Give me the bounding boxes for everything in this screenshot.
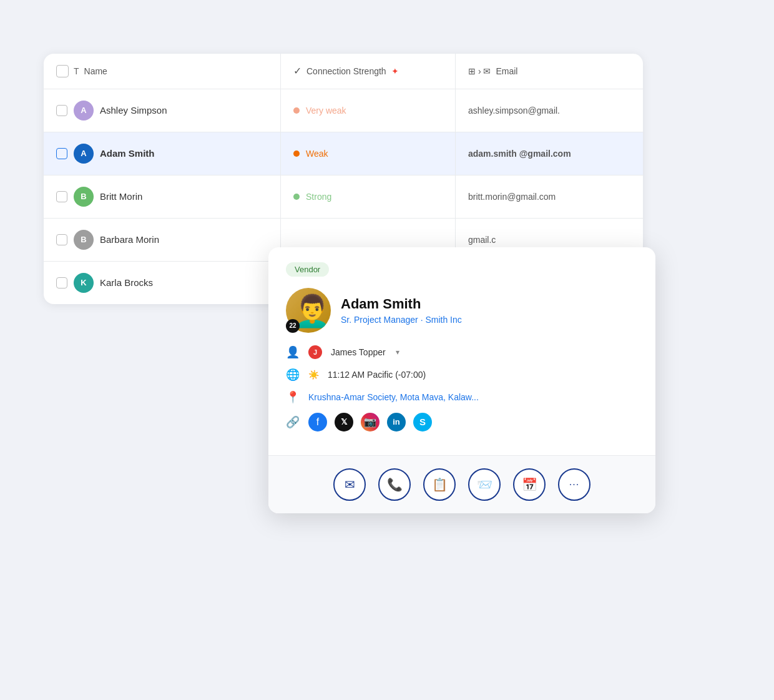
badge-number: 22 (286, 319, 300, 333)
th-name: T Name (44, 54, 281, 89)
avatar: B (74, 230, 94, 250)
popup-job-title: Sr. Project Manager · Smith Inc (341, 315, 462, 325)
avatar: K (74, 273, 94, 293)
email-value: gmail.c (468, 235, 496, 245)
phone-button[interactable]: 📞 (378, 468, 411, 501)
table-row[interactable]: B Britt Morin Strong britt.morin@gmail.c… (44, 175, 643, 219)
email-button[interactable]: ✉ (333, 468, 366, 501)
calendar-button[interactable]: 📅 (513, 468, 546, 501)
time-icon: 🌐 (286, 368, 300, 382)
connection-check-icon: ✓ (293, 65, 301, 77)
avatar: B (74, 187, 94, 207)
row-checkbox[interactable] (56, 191, 67, 202)
location-value[interactable]: Krushna-Amar Society, Mota Mava, Kalaw..… (308, 392, 479, 402)
contact-name: Adam Smith (100, 148, 155, 159)
time-emoji: ☀️ (308, 370, 319, 380)
name-cell: A Adam Smith (44, 132, 281, 175)
row-checkbox[interactable] (56, 105, 67, 116)
main-container: T Name ✓ Connection Strength ✦ ⊞ › ✉ Ema… (44, 54, 730, 647)
popup-identity: 22 Adam Smith Sr. Project Manager · Smit… (286, 288, 638, 333)
email-col-icon: ⊞ › ✉ (468, 66, 491, 76)
email-col-label: Email (496, 66, 517, 76)
name-cell: B Barbara Morin (44, 219, 281, 261)
popup-actions: ✉ 📞 📋 📨 📅 ··· (268, 455, 655, 513)
contact-name: Karla Brocks (100, 277, 153, 288)
popup-name-title: Adam Smith Sr. Project Manager · Smith I… (341, 296, 462, 325)
row-checkbox[interactable] (56, 234, 67, 245)
time-value: 11:12 AM Pacific (-07:00) (328, 370, 426, 380)
social-icons: f 𝕏 📷 in S (308, 413, 432, 431)
row-checkbox[interactable] (56, 148, 67, 159)
strength-cell: Weak (281, 132, 456, 175)
name-col-icon: T (74, 66, 79, 76)
name-col-label: Name (84, 66, 107, 76)
table-header: T Name ✓ Connection Strength ✦ ⊞ › ✉ Ema… (44, 54, 643, 89)
sparkle-icon: ✦ (391, 66, 399, 76)
time-row: 🌐 ☀️ 11:12 AM Pacific (-07:00) (286, 368, 638, 382)
strength-label: Strong (306, 192, 331, 202)
facebook-icon[interactable]: f (308, 413, 327, 431)
avatar: A (74, 144, 94, 164)
owner-icon: 👤 (286, 345, 300, 359)
note-button[interactable]: 📋 (423, 468, 456, 501)
avatar: A (74, 101, 94, 121)
twitter-icon[interactable]: 𝕏 (335, 413, 353, 431)
owner-name: James Topper (331, 347, 386, 357)
popup-avatar-wrap: 22 (286, 288, 331, 333)
send-email-button[interactable]: 📨 (468, 468, 501, 501)
th-email: ⊞ › ✉ Email (456, 54, 643, 89)
popup-contact-name: Adam Smith (341, 296, 462, 312)
header-checkbox[interactable] (56, 65, 69, 77)
strength-label: Very weak (306, 106, 346, 116)
strength-dot (293, 150, 300, 157)
more-button[interactable]: ··· (558, 468, 590, 501)
location-icon: 📍 (286, 390, 300, 404)
strength-dot (293, 107, 300, 114)
owner-row: 👤 J James Topper ▾ (286, 345, 638, 359)
name-cell: B Britt Morin (44, 175, 281, 218)
email-value: adam.smith @gmail.com (468, 149, 571, 159)
contact-name: Ashley Simpson (100, 105, 167, 116)
row-checkbox[interactable] (56, 277, 67, 288)
contact-name: Barbara Morin (100, 234, 159, 245)
connection-col-label: Connection Strength (306, 66, 386, 76)
popup-top: Vendor 22 Adam Smith Sr. Project Manager… (268, 247, 655, 455)
vendor-badge: Vendor (286, 262, 329, 277)
strength-label: Weak (306, 149, 328, 159)
email-value: ashley.simpson@gmail. (468, 106, 560, 116)
instagram-icon[interactable]: 📷 (361, 413, 380, 431)
th-connection: ✓ Connection Strength ✦ (281, 54, 456, 89)
email-value: britt.morin@gmail.com (468, 192, 556, 202)
strength-cell: Very weak (281, 89, 456, 132)
contact-popup: Vendor 22 Adam Smith Sr. Project Manager… (268, 247, 655, 513)
social-row: 🔗 f 𝕏 📷 in S (286, 413, 638, 431)
linkedin-icon[interactable]: in (387, 413, 406, 431)
strength-cell: Strong (281, 175, 456, 218)
name-cell: K Karla Brocks (44, 262, 281, 304)
email-cell: britt.morin@gmail.com (456, 175, 643, 218)
owner-avatar: J (308, 345, 322, 359)
table-row[interactable]: A Adam Smith Weak adam.smith @gmail.com (44, 132, 643, 175)
location-row: 📍 Krushna-Amar Society, Mota Mava, Kalaw… (286, 390, 638, 404)
email-cell: adam.smith @gmail.com (456, 132, 643, 175)
table-row[interactable]: A Ashley Simpson Very weak ashley.simpso… (44, 89, 643, 132)
email-cell: ashley.simpson@gmail. (456, 89, 643, 132)
link-icon: 🔗 (286, 415, 300, 429)
name-cell: A Ashley Simpson (44, 89, 281, 132)
popup-company[interactable]: Smith Inc (425, 315, 461, 325)
contact-name: Britt Morin (100, 191, 142, 202)
strength-dot (293, 194, 300, 200)
popup-details: 👤 J James Topper ▾ 🌐 ☀️ 11:12 AM Pacific… (286, 345, 638, 431)
skype-icon[interactable]: S (413, 413, 432, 431)
chevron-down-icon[interactable]: ▾ (396, 348, 399, 357)
